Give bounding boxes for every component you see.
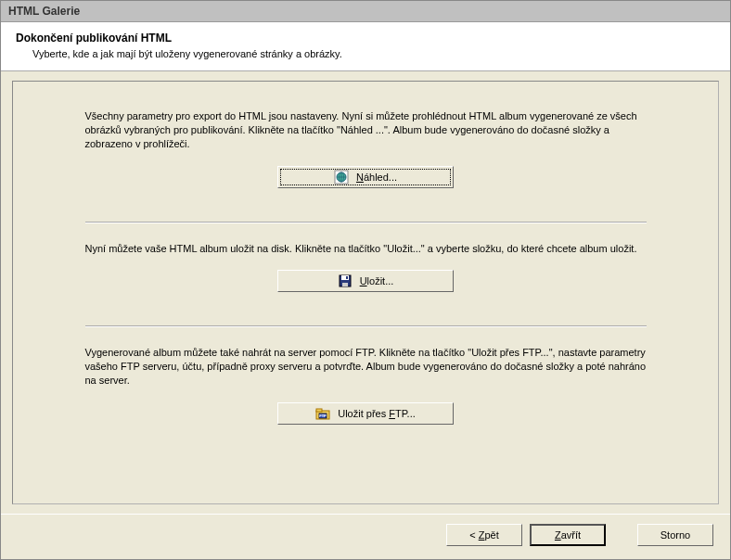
svg-rect-8 <box>316 409 322 412</box>
save-button[interactable]: Uložit... <box>277 270 454 292</box>
content-panel: Všechny parametry pro export do HTML jso… <box>12 81 719 504</box>
preview-button-row: Náhled... <box>85 166 647 188</box>
footer-spacer <box>613 524 630 546</box>
dialog-window: HTML Galerie Dokončení publikování HTML … <box>0 0 731 560</box>
close-button[interactable]: Zavřít <box>530 524 606 546</box>
divider <box>85 325 647 327</box>
save-text: Nyní můžete vaše HTML album uložit na di… <box>85 242 647 256</box>
ftp-text: Vygenerované album můžete také nahrát na… <box>85 346 647 388</box>
ftp-button-label: Uložit přes FTP... <box>338 408 416 419</box>
footer: < Zpět Zavřít Storno <box>1 514 730 559</box>
svg-rect-6 <box>346 276 348 279</box>
page-title: Dokončení publikování HTML <box>16 32 715 45</box>
globe-icon <box>334 170 349 185</box>
preview-text: Všechny parametry pro export do HTML jso… <box>85 109 647 151</box>
svg-rect-5 <box>342 283 348 286</box>
divider <box>85 222 647 223</box>
back-button[interactable]: < Zpět <box>446 524 522 546</box>
ftp-section: Vygenerované album můžete také nahrát na… <box>85 346 647 443</box>
save-button-row: Uložit... <box>85 270 647 292</box>
ftp-button[interactable]: FTP Uložit přes FTP... <box>277 402 454 425</box>
ftp-icon: FTP <box>315 406 330 421</box>
window-title: HTML Galerie <box>8 5 80 18</box>
preview-button[interactable]: Náhled... <box>277 166 454 188</box>
page-subtitle: Vyberte, kde a jak mají být uloženy vyge… <box>16 48 715 59</box>
svg-text:FTP: FTP <box>319 414 327 418</box>
titlebar: HTML Galerie <box>1 1 730 22</box>
save-button-label: Uložit... <box>360 275 394 286</box>
close-button-label: Zavřít <box>555 529 581 541</box>
cancel-button-label: Storno <box>660 529 690 541</box>
content-area: Všechny parametry pro export do HTML jso… <box>1 71 730 514</box>
floppy-icon <box>338 274 353 288</box>
save-section: Nyní můžete vaše HTML album uložit na di… <box>85 242 647 312</box>
preview-section: Všechny parametry pro export do HTML jso… <box>85 109 647 207</box>
preview-button-label: Náhled... <box>356 172 397 183</box>
wizard-header: Dokončení publikování HTML Vyberte, kde … <box>1 22 730 71</box>
cancel-button[interactable]: Storno <box>637 524 713 546</box>
back-button-label: < Zpět <box>469 529 499 541</box>
ftp-button-row: FTP Uložit přes FTP... <box>85 402 647 425</box>
